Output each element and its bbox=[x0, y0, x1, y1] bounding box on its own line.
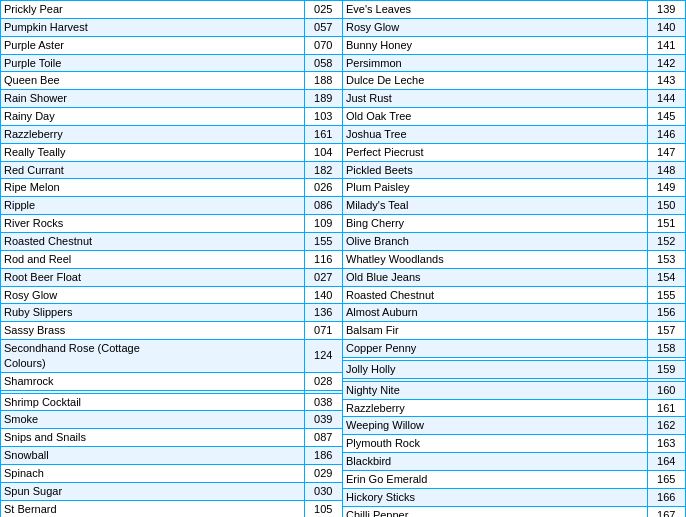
table-row: Almost Auburn156 bbox=[343, 304, 685, 322]
color-number: 140 bbox=[647, 18, 685, 36]
color-name: Really Teally bbox=[1, 143, 304, 161]
table-row: Roasted Chestnut155 bbox=[343, 286, 685, 304]
color-name: Purple Toile bbox=[1, 54, 304, 72]
table-row: Weeping Willow162 bbox=[343, 417, 685, 435]
color-name: Milady's Teal bbox=[343, 197, 647, 215]
table-row: Sassy Brass071 bbox=[1, 322, 342, 340]
table-row: Shrimp Cocktail038 bbox=[1, 393, 342, 411]
color-name: Razzleberry bbox=[343, 399, 647, 417]
color-number: 161 bbox=[647, 399, 685, 417]
color-number: 025 bbox=[304, 1, 342, 18]
color-number: 165 bbox=[647, 470, 685, 488]
table-row: Copper Penny158 bbox=[343, 340, 685, 358]
table-row: Balsam Fir157 bbox=[343, 322, 685, 340]
table-row: River Rocks109 bbox=[1, 215, 342, 233]
color-number: 105 bbox=[304, 500, 342, 517]
table-row: Roasted Chestnut155 bbox=[1, 232, 342, 250]
color-number: 156 bbox=[647, 304, 685, 322]
color-number: 057 bbox=[304, 18, 342, 36]
color-number: 155 bbox=[304, 232, 342, 250]
color-number: 189 bbox=[304, 90, 342, 108]
color-name: Roasted Chestnut bbox=[1, 232, 304, 250]
table-row: Rain Shower189 bbox=[1, 90, 342, 108]
color-number: 153 bbox=[647, 250, 685, 268]
table-row: Just Rust144 bbox=[343, 90, 685, 108]
table-row: Ripe Melon026 bbox=[1, 179, 342, 197]
color-number: 152 bbox=[647, 232, 685, 250]
color-name: Blackbird bbox=[343, 453, 647, 471]
color-name: Joshua Tree bbox=[343, 125, 647, 143]
color-number: 161 bbox=[304, 125, 342, 143]
color-number: 158 bbox=[647, 340, 685, 358]
color-name: Ruby Slippers bbox=[1, 304, 304, 322]
table-row: Root Beer Float027 bbox=[1, 268, 342, 286]
color-name: Perfect Piecrust bbox=[343, 143, 647, 161]
color-number: 136 bbox=[304, 304, 342, 322]
table-row: Plymouth Rock163 bbox=[343, 435, 685, 453]
table-row: Razzleberry161 bbox=[343, 399, 685, 417]
right-half: Eve's Leaves139Rosy Glow140Bunny Honey14… bbox=[343, 1, 685, 517]
color-number: 086 bbox=[304, 197, 342, 215]
color-name: Purple Aster bbox=[1, 36, 304, 54]
color-name: Dulce De Leche bbox=[343, 72, 647, 90]
color-name: Shrimp Cocktail bbox=[1, 393, 304, 411]
color-name: Shamrock bbox=[1, 372, 304, 390]
table-row: Whatley Woodlands153 bbox=[343, 250, 685, 268]
color-number: 144 bbox=[647, 90, 685, 108]
color-name: Erin Go Emerald bbox=[343, 470, 647, 488]
color-number: 139 bbox=[647, 1, 685, 18]
color-name: Persimmon bbox=[343, 54, 647, 72]
color-name: Plymouth Rock bbox=[343, 435, 647, 453]
table-row: Pickled Beets148 bbox=[343, 161, 685, 179]
color-number: 154 bbox=[647, 268, 685, 286]
color-number: 038 bbox=[304, 393, 342, 411]
color-name: Old Oak Tree bbox=[343, 108, 647, 126]
color-number: 140 bbox=[304, 286, 342, 304]
color-number: 163 bbox=[647, 435, 685, 453]
color-number: 124 bbox=[304, 340, 342, 373]
color-number: 149 bbox=[647, 179, 685, 197]
color-name: Roasted Chestnut bbox=[343, 286, 647, 304]
table-row: Eve's Leaves139 bbox=[343, 1, 685, 18]
table-row: Rainy Day103 bbox=[1, 108, 342, 126]
table-row: Snowball186 bbox=[1, 447, 342, 465]
table-row: Joshua Tree146 bbox=[343, 125, 685, 143]
color-name: Copper Penny bbox=[343, 340, 647, 358]
color-name: Ripe Melon bbox=[1, 179, 304, 197]
color-name: Nighty Nite bbox=[343, 381, 647, 399]
color-name: Secondhand Rose (CottageColours) bbox=[1, 340, 304, 373]
color-name: Root Beer Float bbox=[1, 268, 304, 286]
color-number: 159 bbox=[647, 360, 685, 378]
color-number: 142 bbox=[647, 54, 685, 72]
color-name: Eve's Leaves bbox=[343, 1, 647, 18]
table-row: Persimmon142 bbox=[343, 54, 685, 72]
color-name: Olive Branch bbox=[343, 232, 647, 250]
table-row: Purple Toile058 bbox=[1, 54, 342, 72]
color-name: Jolly Holly bbox=[343, 360, 647, 378]
table-row: Plum Paisley149 bbox=[343, 179, 685, 197]
color-name: Bunny Honey bbox=[343, 36, 647, 54]
color-name: St Bernard bbox=[1, 500, 304, 517]
table-row: Perfect Piecrust147 bbox=[343, 143, 685, 161]
color-name: Rosy Glow bbox=[343, 18, 647, 36]
color-name: Queen Bee bbox=[1, 72, 304, 90]
color-name: Just Rust bbox=[343, 90, 647, 108]
color-number: 151 bbox=[647, 215, 685, 233]
table-row: Rosy Glow140 bbox=[343, 18, 685, 36]
color-name: Chilli Pepper bbox=[343, 506, 647, 517]
table-row: Shamrock028 bbox=[1, 372, 342, 390]
table-row: Spun Sugar030 bbox=[1, 482, 342, 500]
table-row: Blackbird164 bbox=[343, 453, 685, 471]
table-row: Queen Bee188 bbox=[1, 72, 342, 90]
table-row: Chilli Pepper167 bbox=[343, 506, 685, 517]
color-name: Balsam Fir bbox=[343, 322, 647, 340]
color-number: 143 bbox=[647, 72, 685, 90]
color-name: Snowball bbox=[1, 447, 304, 465]
color-number: 186 bbox=[304, 447, 342, 465]
table-row: Really Teally104 bbox=[1, 143, 342, 161]
color-name: Rainy Day bbox=[1, 108, 304, 126]
color-number: 162 bbox=[647, 417, 685, 435]
color-number: 141 bbox=[647, 36, 685, 54]
color-name: Weeping Willow bbox=[343, 417, 647, 435]
table-row: Snips and Snails087 bbox=[1, 429, 342, 447]
